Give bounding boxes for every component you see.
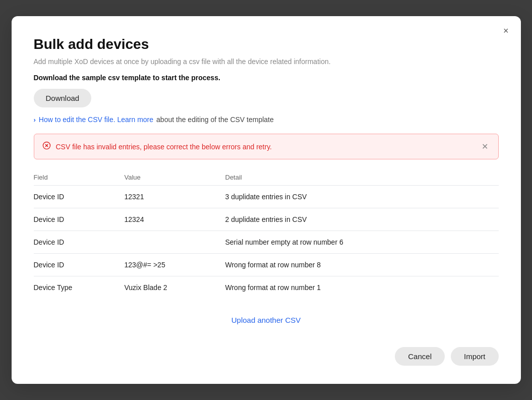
bulk-add-devices-modal: × Bulk add devices Add multiple XoD devi… — [12, 16, 521, 384]
upload-another-row: Upload another CSV — [34, 311, 499, 335]
close-button[interactable]: × — [500, 24, 512, 37]
modal-overlay: × Bulk add devices Add multiple XoD devi… — [0, 0, 532, 400]
error-banner: CSV file has invalid entries, please cor… — [34, 134, 499, 159]
cell-value: 12324 — [125, 208, 225, 231]
error-close-button[interactable]: ✕ — [480, 141, 490, 152]
cell-field: Device ID — [34, 231, 125, 254]
learn-more-link[interactable]: How to edit the CSV file. Learn more — [39, 116, 153, 124]
table-row: Device IDSerial number empty at row numb… — [34, 231, 499, 254]
column-header-value: Value — [125, 169, 225, 186]
cell-field: Device ID — [34, 254, 125, 276]
modal-subtitle: Add multiple XoD devices at once by uplo… — [34, 58, 499, 66]
cell-value: 123@#= >25 — [125, 254, 225, 276]
download-button[interactable]: Download — [34, 89, 92, 107]
cell-detail: 2 duplidate entries in CSV — [225, 208, 499, 231]
cell-value: Vuzix Blade 2 — [125, 276, 225, 299]
modal-title: Bulk add devices — [34, 36, 499, 52]
column-header-detail: Detail — [225, 169, 499, 186]
table-header-row: Field Value Detail — [34, 169, 499, 186]
table-row: Device TypeVuzix Blade 2Wrong format at … — [34, 276, 499, 299]
errors-table: Field Value Detail Device ID123213 dupli… — [34, 169, 499, 299]
cancel-button[interactable]: Cancel — [395, 347, 445, 366]
cell-field: Device ID — [34, 208, 125, 231]
import-button[interactable]: Import — [451, 347, 499, 366]
modal-footer: Cancel Import — [34, 347, 499, 366]
column-header-field: Field — [34, 169, 125, 186]
cell-detail: Wrong format at row number 8 — [225, 254, 499, 276]
cell-value: 12321 — [125, 186, 225, 208]
cell-detail: Wrong format at row number 1 — [225, 276, 499, 299]
upload-another-link[interactable]: Upload another CSV — [231, 316, 301, 324]
instruction-text: Download the sample csv template to star… — [34, 74, 499, 82]
cell-field: Device ID — [34, 186, 125, 208]
cell-detail: Serial number empty at row number 6 — [225, 231, 499, 254]
cell-field: Device Type — [34, 276, 125, 299]
table-row: Device ID123213 duplidate entries in CSV — [34, 186, 499, 208]
cell-value — [125, 231, 225, 254]
table-row: Device ID123242 duplidate entries in CSV — [34, 208, 499, 231]
error-message: CSV file has invalid entries, please cor… — [56, 143, 272, 151]
chevron-right-icon: › — [34, 116, 36, 124]
table-row: Device ID123@#= >25Wrong format at row n… — [34, 254, 499, 276]
error-banner-content: CSV file has invalid entries, please cor… — [42, 141, 272, 152]
cell-detail: 3 duplidate entries in CSV — [225, 186, 499, 208]
error-circle-icon — [42, 141, 51, 152]
learn-more-row: › How to edit the CSV file. Learn more a… — [34, 116, 499, 124]
learn-more-suffix: about the editing of the CSV template — [156, 116, 274, 124]
